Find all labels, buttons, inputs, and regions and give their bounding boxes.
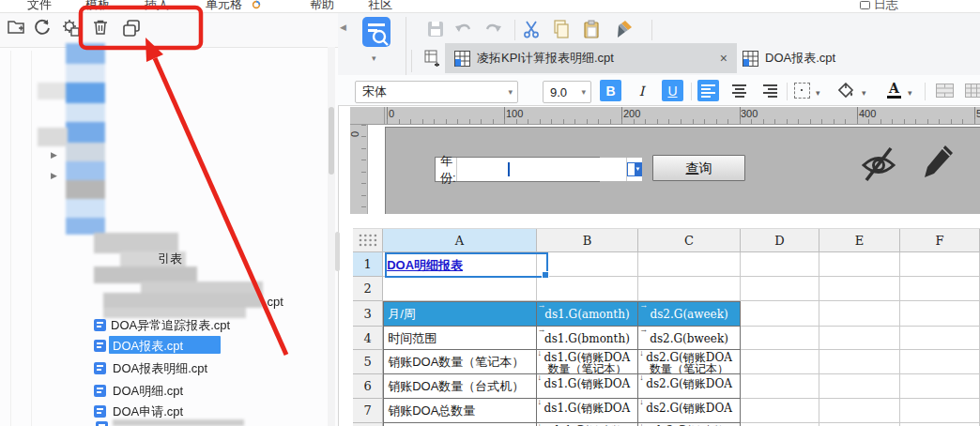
cell[interactable]: →ds1.G(bmonth)	[537, 327, 639, 350]
align-right-button[interactable]	[759, 80, 781, 101]
row-header[interactable]: 2	[353, 277, 383, 301]
query-button[interactable]: 查询	[652, 155, 745, 181]
cell[interactable]	[900, 327, 980, 350]
template-search-icon[interactable]	[362, 17, 390, 53]
row-header[interactable]: 6	[353, 374, 383, 399]
cell-A1[interactable]: DOA明细报表	[383, 252, 536, 277]
cell[interactable]: ↓ds1.G(销账DOA	[537, 399, 639, 423]
font-color-button[interactable]: A	[883, 80, 905, 101]
collapse-sidebar-icon[interactable]: ◀	[340, 23, 346, 32]
cell[interactable]	[537, 277, 639, 301]
select-all-corner[interactable]	[353, 229, 383, 252]
cell[interactable]: ↓ds1.G(销账DOA	[537, 374, 639, 399]
cell[interactable]	[819, 252, 900, 277]
cell[interactable]	[819, 277, 900, 301]
expand-caret-icon[interactable]: ▶	[51, 150, 57, 160]
cell[interactable]	[819, 327, 900, 350]
year-dropdown-button[interactable]	[626, 158, 642, 181]
cell[interactable]: 时间范围	[383, 327, 536, 350]
bold-button[interactable]: B	[600, 80, 621, 101]
align-center-button[interactable]	[728, 80, 750, 101]
underline-button[interactable]: U	[662, 80, 683, 101]
cell[interactable]	[638, 252, 741, 277]
cut-icon[interactable]	[522, 20, 541, 42]
tree-item[interactable]: DOA异常追踪报表.cpt	[111, 317, 230, 334]
cell[interactable]	[900, 374, 980, 399]
cell[interactable]	[819, 374, 900, 399]
expand-caret-icon[interactable]: ▶	[51, 171, 57, 180]
cell[interactable]	[537, 252, 639, 277]
tree-item-selected[interactable]: DOA报表.cpt	[113, 338, 183, 355]
menu-insert[interactable]: 插入	[145, 0, 169, 13]
column-header[interactable]: E	[819, 229, 900, 252]
cell[interactable]: ↓ds2.G(销账DOA	[638, 399, 741, 423]
menu-template[interactable]: 模板	[85, 0, 110, 13]
column-header[interactable]: A	[383, 229, 536, 252]
cell[interactable]	[900, 252, 980, 277]
save-icon[interactable]	[426, 20, 445, 42]
cell[interactable]	[741, 327, 819, 350]
row-header[interactable]: 1	[353, 252, 383, 277]
column-header[interactable]: C	[638, 229, 741, 252]
template-dropdown-caret-icon[interactable]: ▾	[372, 53, 376, 63]
cell[interactable]	[383, 277, 536, 301]
tree-item[interactable]: DOA明细.cpt	[113, 383, 183, 400]
column-header[interactable]: D	[741, 229, 819, 252]
tree-item[interactable]: DOA报表明细.cpt	[113, 360, 207, 377]
italic-button[interactable]: I	[631, 80, 652, 101]
column-header[interactable]: B	[537, 229, 639, 252]
menu-community[interactable]: 社区	[368, 0, 392, 13]
delete-icon[interactable]	[90, 17, 113, 39]
cell[interactable]: →ds2.G(bweek)	[638, 327, 741, 350]
year-input[interactable]	[457, 158, 626, 181]
duplicate-icon[interactable]	[120, 17, 143, 39]
chevron-down-icon[interactable]: ▾	[816, 88, 820, 98]
column-header[interactable]: F	[900, 229, 980, 252]
menu-cell[interactable]: 单元格	[206, 0, 242, 13]
row-header[interactable]: 4	[353, 327, 383, 350]
copy-icon[interactable]	[552, 20, 571, 42]
chevron-down-icon[interactable]: ▾	[862, 88, 866, 98]
new-tab-icon[interactable]	[424, 50, 441, 70]
cell[interactable]	[819, 301, 900, 327]
row-header[interactable]: 5	[353, 350, 383, 374]
menu-log[interactable]: 日志	[860, 0, 898, 13]
font-family-select[interactable]: 宋体 ▾	[355, 81, 518, 103]
cell[interactable]	[741, 252, 819, 277]
paste-icon[interactable]	[582, 20, 601, 42]
cell[interactable]: →ds1.G(amonth)	[537, 301, 639, 327]
tree-item-partial[interactable]: 引表	[158, 251, 182, 267]
row-header[interactable]: 3	[353, 301, 383, 327]
cell[interactable]	[900, 277, 980, 301]
new-folder-icon[interactable]	[6, 17, 28, 39]
cell[interactable]: 销账DOA数量（笔记本）	[383, 350, 536, 374]
cell[interactable]	[741, 350, 819, 374]
unmerge-cells-button[interactable]	[963, 80, 980, 101]
cell[interactable]: 销账DOA总数量	[383, 399, 536, 423]
redo-icon[interactable]	[483, 20, 502, 42]
cell[interactable]: ↓ds1.G(销账DOA数量（笔记本）	[537, 350, 639, 374]
menu-file[interactable]: 文件	[27, 0, 52, 13]
edit-pane-icon[interactable]	[919, 140, 957, 187]
cell[interactable]	[819, 399, 900, 423]
cell[interactable]	[900, 399, 980, 423]
cell[interactable]: ↓ds2.G(销账DOA	[638, 374, 741, 399]
panel-splitter-handle[interactable]	[335, 232, 340, 271]
undo-icon[interactable]	[454, 20, 473, 42]
format-painter-icon[interactable]	[614, 20, 633, 42]
row-header[interactable]: 7	[353, 399, 383, 423]
fill-color-button[interactable]	[835, 80, 857, 101]
cell[interactable]	[900, 350, 980, 374]
cell[interactable]: 销账DOA数量（台式机）	[383, 374, 536, 399]
align-left-button[interactable]	[697, 80, 719, 101]
tree-item[interactable]: DOA申请.cpt	[113, 403, 183, 420]
close-icon[interactable]: ×	[720, 51, 727, 66]
menu-help[interactable]: 帮助	[310, 0, 334, 13]
font-size-select[interactable]: 9.0 ▾	[543, 81, 591, 103]
tab-kpi-report[interactable]: 凌拓KPI计算报表明细.cpt ×	[445, 43, 737, 73]
cell[interactable]	[819, 350, 900, 374]
cell[interactable]	[900, 301, 980, 327]
tab-doa-report[interactable]: DOA报表.cpt	[739, 43, 898, 73]
cell[interactable]	[741, 277, 819, 301]
chevron-down-icon[interactable]: ▾	[908, 88, 912, 98]
